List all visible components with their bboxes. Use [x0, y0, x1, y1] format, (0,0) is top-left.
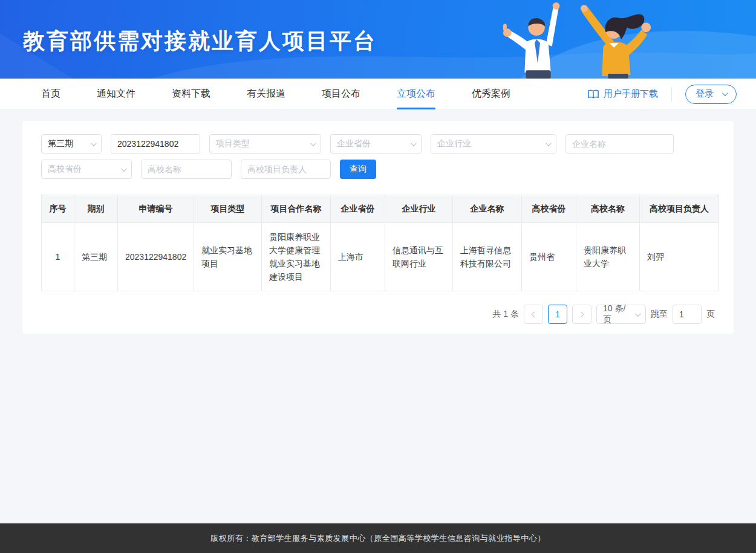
cell-project-type: 就业实习基地项目	[194, 223, 262, 291]
nav-item-home[interactable]: 首页	[41, 79, 60, 109]
period-select-value: 第三期	[48, 138, 73, 149]
cell-school-province: 贵州省	[522, 223, 576, 291]
filter-row-1: 第三期 项目类型 企业省份 企业行业	[41, 134, 715, 154]
header-banner: 教育部供需对接就业育人项目平台	[0, 0, 756, 79]
site-title: 教育部供需对接就业育人项目平台	[23, 27, 377, 56]
col-header-school-province: 高校省份	[522, 195, 576, 223]
user-manual-label: 用户手册下载	[604, 88, 658, 100]
nav-item-downloads[interactable]: 资料下载	[172, 79, 210, 109]
project-type-placeholder: 项目类型	[216, 138, 250, 149]
table-header: 序号 期别 申请编号 项目类型 项目合作名称 企业省份 企业行业 企业名称 高校…	[42, 195, 719, 223]
school-name-input[interactable]	[141, 160, 232, 179]
page-number-button[interactable]: 1	[548, 305, 567, 324]
col-header-school-leader: 高校项目负责人	[640, 195, 719, 223]
results-table: 序号 期别 申请编号 项目类型 项目合作名称 企业省份 企业行业 企业名称 高校…	[41, 195, 719, 291]
nav-items: 首页 通知文件 资料下载 有关报道 项目公布 立项公布 优秀案例	[41, 79, 510, 109]
company-industry-select[interactable]: 企业行业	[431, 134, 556, 154]
chevron-left-icon	[532, 311, 538, 317]
chevron-down-icon	[310, 140, 316, 146]
total-count-label: 共 1 条	[492, 309, 519, 320]
page-footer: 版权所有：教育部学生服务与素质发展中心（原全国高等学校学生信息咨询与就业指导中心…	[0, 523, 756, 553]
nav-item-project-announcement[interactable]: 项目公布	[322, 79, 360, 109]
page-size-select[interactable]: 10 条/页	[596, 305, 646, 324]
jump-to-page-input[interactable]	[673, 305, 702, 324]
application-number-input[interactable]	[111, 134, 200, 154]
nav-item-notices[interactable]: 通知文件	[97, 79, 135, 109]
company-industry-placeholder: 企业行业	[437, 138, 471, 149]
table-row: 1 第三期 2023122941802 就业实习基地项目 贵阳康养职业大学健康管…	[42, 223, 719, 291]
jump-to-label: 跳至	[651, 309, 668, 320]
cell-school-name: 贵阳康养职业大学	[576, 223, 640, 291]
cell-company-industry: 信息通讯与互联网行业	[385, 223, 453, 291]
project-type-select[interactable]: 项目类型	[209, 134, 321, 154]
next-page-button[interactable]	[572, 305, 591, 324]
prev-page-button[interactable]	[524, 305, 543, 324]
chevron-down-icon	[121, 166, 127, 172]
nav-item-reports[interactable]: 有关报道	[247, 79, 285, 109]
chevron-down-icon	[722, 90, 728, 96]
col-header-company-industry: 企业行业	[385, 195, 453, 223]
search-button[interactable]: 查询	[340, 160, 376, 179]
content-card: 第三期 项目类型 企业省份 企业行业 高校省份	[22, 121, 734, 334]
pagination: 共 1 条 1 10 条/页 跳至 页	[41, 305, 715, 324]
company-province-select[interactable]: 企业省份	[330, 134, 422, 154]
filter-row-2: 高校省份 查询	[41, 160, 715, 179]
period-select[interactable]: 第三期	[41, 134, 102, 154]
page-size-value: 10 条/页	[603, 303, 630, 325]
page-body: 第三期 项目类型 企业省份 企业行业 高校省份	[0, 110, 756, 523]
col-header-app-number: 申请编号	[118, 195, 194, 223]
school-province-select[interactable]: 高校省份	[41, 160, 132, 179]
nav-item-approval-announcement[interactable]: 立项公布	[397, 79, 435, 109]
cell-company-province: 上海市	[331, 223, 385, 291]
col-header-project-name: 项目合作名称	[262, 195, 331, 223]
cell-app-number: 2023122941802	[118, 223, 194, 291]
page-unit-label: 页	[706, 309, 715, 320]
main-navbar: 首页 通知文件 资料下载 有关报道 项目公布 立项公布 优秀案例 用户手册下载 …	[0, 79, 756, 110]
user-manual-download-link[interactable]: 用户手册下载	[588, 88, 658, 100]
cell-period: 第三期	[74, 223, 118, 291]
chevron-down-icon	[411, 140, 417, 146]
col-header-school-name: 高校名称	[576, 195, 640, 223]
highfive-people-illustration	[490, 1, 665, 79]
copyright-text: 版权所有：教育部学生服务与素质发展中心（原全国高等学校学生信息咨询与就业指导中心…	[210, 533, 546, 544]
col-header-index: 序号	[42, 195, 74, 223]
book-icon	[588, 89, 599, 99]
cell-company-name: 上海哲寻信息科技有限公司	[453, 223, 522, 291]
col-header-period: 期别	[74, 195, 118, 223]
col-header-company-province: 企业省份	[331, 195, 385, 223]
cell-school-leader: 刘羿	[640, 223, 719, 291]
chevron-down-icon	[91, 140, 97, 146]
login-button[interactable]: 登录	[685, 85, 737, 104]
nav-item-excellent-cases[interactable]: 优秀案例	[472, 79, 510, 109]
col-header-company-name: 企业名称	[453, 195, 522, 223]
school-leader-input[interactable]	[241, 160, 331, 179]
cell-index: 1	[42, 223, 74, 291]
cell-project-name: 贵阳康养职业大学健康管理就业实习基地建设项目	[262, 223, 331, 291]
col-header-project-type: 项目类型	[194, 195, 262, 223]
man-figure	[503, 2, 560, 79]
chevron-down-icon	[546, 140, 552, 146]
login-label: 登录	[696, 88, 714, 100]
chevron-down-icon	[635, 311, 641, 317]
company-province-placeholder: 企业省份	[337, 138, 371, 149]
woman-figure	[581, 5, 651, 79]
nav-right-area: 用户手册下载 登录	[588, 79, 737, 109]
company-name-input[interactable]	[565, 134, 674, 154]
chevron-right-icon	[578, 311, 584, 317]
school-province-placeholder: 高校省份	[48, 164, 82, 175]
nav-divider	[671, 88, 672, 101]
